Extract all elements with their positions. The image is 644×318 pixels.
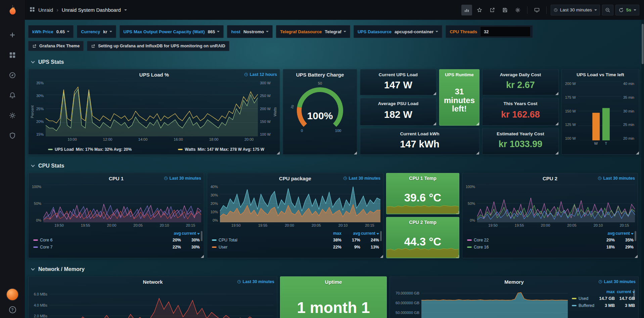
link-grafana-plex-theme[interactable]: Grafana Plex Theme xyxy=(28,41,84,51)
legend-header-current[interactable]: current xyxy=(181,231,200,236)
cycle-view-monitor-icon[interactable] xyxy=(532,5,542,15)
legend-header-max[interactable]: max xyxy=(323,231,341,236)
panel-header[interactable]: Memory Last 30 minutes xyxy=(390,277,638,287)
create-plus-icon[interactable] xyxy=(5,28,20,42)
refresh-button[interactable]: 5s xyxy=(615,5,639,15)
user-avatar[interactable] xyxy=(7,289,18,300)
help-icon[interactable]: ? xyxy=(9,306,16,313)
variable-telegraf-datasource[interactable]: Telegraf Datasource Telegraf xyxy=(276,25,350,38)
legend-header-max[interactable]: max xyxy=(595,289,615,294)
panel-header[interactable]: CPU 1 Last 30 minutes xyxy=(29,173,204,183)
ups-stats-row: UPS Load % Last 12 hours Percent 35%30%2… xyxy=(28,69,641,155)
section-cpu-stats[interactable]: CPU Stats xyxy=(30,163,639,169)
panel-uptime[interactable]: Uptime 1 month 1 xyxy=(280,276,387,318)
panel-current-ups-load[interactable]: Current UPS Load 147 W xyxy=(360,69,436,95)
panel-header[interactable]: CPU 1 Temp xyxy=(386,173,459,183)
breadcrumb-dashboard-title[interactable]: Unraid System Dashboard xyxy=(62,7,121,13)
dashboard-caret-icon[interactable] xyxy=(124,9,127,11)
sidebar: ? xyxy=(0,0,25,318)
memory-chart[interactable] xyxy=(421,289,568,318)
legend-scrollbar[interactable] xyxy=(635,231,636,241)
zoom-out-button[interactable] xyxy=(602,5,613,15)
page-scrollbar[interactable] xyxy=(641,20,644,318)
cpu-threads-input[interactable]: 32 xyxy=(480,27,531,37)
time-picker-button[interactable]: Last 30 minutes xyxy=(551,5,600,15)
network-chart[interactable] xyxy=(49,289,274,318)
variable-kwh-price[interactable]: kWh Price 0.65 xyxy=(28,25,74,38)
time-range-badge[interactable]: Last 30 minutes xyxy=(598,173,635,183)
time-range-badge[interactable]: Last 30 minutes xyxy=(343,173,380,183)
panel-ups-runtime[interactable]: UPS Runtime 31 minutes left! xyxy=(439,69,479,126)
legend-header-avg[interactable]: avg xyxy=(162,231,181,236)
scrollbar-thumb[interactable] xyxy=(642,24,644,64)
breadcrumb-app[interactable]: Unraid xyxy=(38,7,53,13)
legend-header-current[interactable]: current xyxy=(615,231,634,236)
configuration-gear-icon[interactable] xyxy=(5,108,20,123)
legend-scrollbar[interactable] xyxy=(201,231,202,241)
legend-series-name[interactable]: Core 16 xyxy=(474,245,596,249)
panel-header[interactable]: CPU 2 Last 30 minutes xyxy=(462,173,638,183)
cpu2-chart[interactable] xyxy=(477,185,635,222)
link-ups-monitoring-guide[interactable]: Setting up Grafana and InfluxDB for UPS … xyxy=(87,41,229,51)
panel-header[interactable]: Uptime xyxy=(280,277,386,287)
panel-header[interactable]: Network Last 30 minutes xyxy=(29,277,277,287)
panel-header[interactable]: CPU package Last 30 minutes xyxy=(207,173,383,183)
cpu1-chart[interactable] xyxy=(43,185,201,222)
ups-load-vs-time-chart[interactable] xyxy=(578,82,621,140)
variable-ups-max-output[interactable]: UPS Max Output Power Capacity (Watt) 865 xyxy=(120,25,224,38)
legend-series-name[interactable]: Buffered xyxy=(579,303,595,308)
time-range-badge[interactable]: Last 30 minutes xyxy=(237,277,274,287)
legend-header-avg[interactable]: avg xyxy=(596,231,615,236)
section-network-memory[interactable]: Network / Memory xyxy=(30,266,639,272)
panel-header[interactable]: UPS Load vs Time left xyxy=(562,70,639,80)
dashboard-settings-gear-icon[interactable] xyxy=(512,5,523,15)
y-axis-ticks-left: 40%30%20%10%0% xyxy=(209,185,220,222)
variable-ups-datasource[interactable]: UPS Datasource apcupsd-container xyxy=(354,25,442,38)
variable-currency[interactable]: Currency kr xyxy=(77,25,116,38)
time-range-badge[interactable]: Last 12 hours xyxy=(244,70,277,80)
legend-series-name[interactable]: Core 7 xyxy=(40,245,162,249)
legend-item-ups-load[interactable]: UPS LoadMin: 17% Max: 32% Avg: 20% xyxy=(48,147,132,152)
time-range-badge[interactable]: Last 30 minutes xyxy=(164,173,201,183)
chevron-down-icon xyxy=(217,31,220,32)
alerting-bell-icon[interactable] xyxy=(5,88,20,103)
legend-series-name[interactable]: Core 22 xyxy=(474,238,596,242)
star-button[interactable] xyxy=(474,5,485,15)
panel-cpu2-temp[interactable]: CPU 2 Temp 44.3 °C xyxy=(386,217,459,258)
panel-average-psu-load[interactable]: Average PSU Load 182 W xyxy=(360,98,436,126)
share-button[interactable] xyxy=(487,5,498,15)
server-admin-shield-icon[interactable] xyxy=(5,128,20,143)
legend-header-current[interactable]: current xyxy=(615,289,635,294)
add-panel-button[interactable] xyxy=(461,5,472,15)
panel-this-years-cost[interactable]: This Years Cost kr 162.68 xyxy=(482,98,559,126)
variable-label: Telegraf Datasource xyxy=(280,29,322,34)
panel-estimated-yearly-cost[interactable]: Estimated Yearly Cost kr 1033.99 xyxy=(482,128,559,155)
variable-value: apcupsd-container xyxy=(395,29,433,34)
panel-current-load-kwh[interactable]: Current Load kWh 147 kWh xyxy=(360,128,479,155)
legend-item-watts[interactable]: WattsMin: 147 W Max: 278 W Avg: 175 W xyxy=(178,147,264,152)
grafana-logo-icon[interactable] xyxy=(6,4,18,17)
legend-header-current[interactable]: current xyxy=(360,231,379,236)
explore-compass-icon[interactable] xyxy=(5,68,20,83)
legend-marker xyxy=(212,239,217,241)
cpu-package-chart[interactable] xyxy=(220,185,380,222)
legend-scrollbar[interactable] xyxy=(633,289,635,300)
panel-header[interactable]: CPU 2 Temp xyxy=(386,217,459,227)
legend-series-name[interactable]: Core 6 xyxy=(40,238,162,242)
legend-header-avg[interactable]: avg xyxy=(341,231,360,236)
legend-scrollbar[interactable] xyxy=(380,231,382,241)
panel-header[interactable]: UPS Battery Charge xyxy=(283,70,357,80)
section-ups-stats[interactable]: UPS Stats xyxy=(30,59,639,65)
legend-series-name[interactable]: User xyxy=(219,245,323,249)
panel-average-daily-cost[interactable]: Average Daily Cost kr 2.67 xyxy=(482,69,559,95)
dashboards-icon[interactable] xyxy=(5,48,20,62)
panel-header[interactable]: UPS Load % Last 12 hours xyxy=(29,70,280,80)
panel-title: CPU 2 Temp xyxy=(409,220,436,225)
time-range-badge[interactable]: Last 30 minutes xyxy=(598,277,636,287)
variable-host[interactable]: host Nostromo xyxy=(227,25,273,38)
ups-load-chart[interactable] xyxy=(46,81,258,136)
panel-cpu1-temp[interactable]: CPU 1 Temp 39.6 °C xyxy=(386,173,459,214)
legend-series-name[interactable]: Used xyxy=(579,296,595,301)
legend-series-name[interactable]: CPU Total xyxy=(219,238,323,242)
save-button[interactable] xyxy=(500,5,510,15)
